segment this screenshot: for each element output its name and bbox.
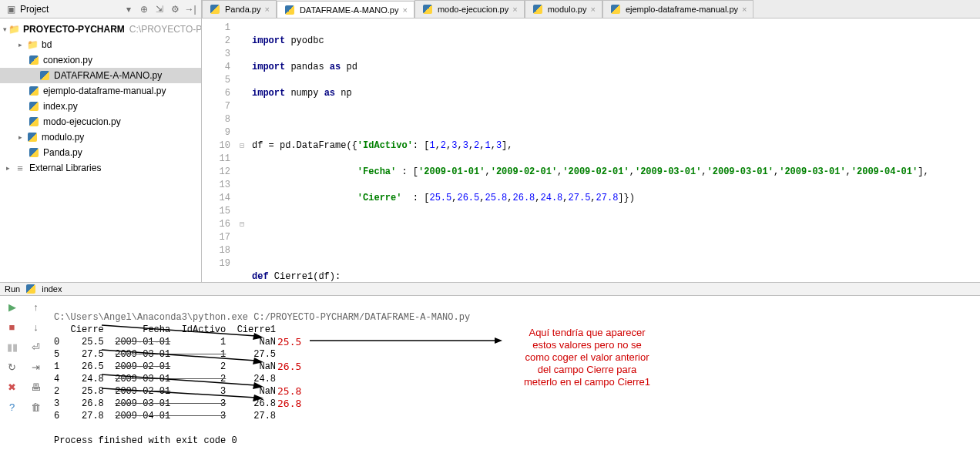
output-row: 1 26.5 2009-02-01 2 NaN — [54, 361, 276, 372]
tree-item[interactable]: modo-ejecucion.py — [0, 114, 201, 129]
svg-marker-1 — [495, 338, 502, 344]
output-row: 5 27.5 2009-03-01 1 27.5 — [54, 349, 276, 360]
pause-button[interactable]: ▮▮ — [5, 339, 20, 354]
code-editor[interactable]: 12345678910111213141516171819 ⊟⊟ import … — [202, 18, 980, 282]
project-icon: ▣ — [5, 3, 17, 15]
tree-external-libraries[interactable]: ▸ External Libraries — [0, 160, 201, 176]
python-file-icon — [28, 116, 40, 128]
wrap-button[interactable]: ⏎ — [29, 339, 44, 354]
editor-tabs: Panda.py× DATAFRAME-A-MANO.py× modo-ejec… — [202, 0, 980, 18]
output-row: 6 27.8 2009-04-01 3 27.8 — [54, 411, 276, 421]
console-header: Run index — [0, 283, 980, 296]
editor-area: Panda.py× DATAFRAME-A-MANO.py× modo-ejec… — [202, 0, 980, 282]
exit-message: Process finished with exit code 0 — [54, 435, 237, 446]
close-icon[interactable]: × — [742, 5, 747, 14]
close-icon[interactable]: × — [512, 5, 517, 14]
console-toolbar: ▶ ■ ▮▮ ↻ ✖ ? ↑ ↓ ⏎ ⇥ 🖶 🗑 — [0, 296, 48, 450]
output-row: 2 25.8 2009-02-01 3 NaN — [54, 386, 276, 397]
tree-item-bd[interactable]: ▸ bd — [0, 37, 201, 52]
scroll-button[interactable]: ⇥ — [29, 359, 44, 374]
python-file-icon — [28, 85, 40, 97]
arrow-icon — [310, 333, 502, 348]
annotation-value: 25.8 — [277, 385, 301, 398]
output-header: Cierre Fecha IdActivo Cierre1 — [54, 324, 276, 335]
close-icon[interactable]: × — [264, 5, 269, 14]
python-file-icon — [609, 3, 622, 15]
console-panel: Run index ▶ ■ ▮▮ ↻ ✖ ? ↑ ↓ ⏎ ⇥ 🖶 🗑 C:\Us… — [0, 282, 980, 450]
gear-icon[interactable]: ⚙ — [169, 3, 181, 15]
tree-item[interactable]: Panda.py — [0, 145, 201, 160]
python-file-icon — [28, 100, 40, 112]
python-file-icon — [284, 4, 296, 16]
python-file-icon — [26, 131, 39, 143]
close-icon[interactable]: × — [590, 5, 595, 14]
exec-path: C:\Users\Angel\Anaconda3\python.exe C:/P… — [54, 312, 470, 323]
project-tree: ▾ PROYECTO-PYCHARM C:\PROYECTO-PY ▸ bd c… — [0, 18, 201, 282]
dropdown-icon[interactable]: ▾ — [123, 3, 135, 15]
line-gutter: 12345678910111213141516171819 — [202, 18, 237, 282]
chevron-right-icon[interactable]: ▸ — [3, 164, 12, 172]
chevron-down-icon[interactable]: ▾ — [3, 25, 7, 33]
project-header: ▣ Project ▾ ⊕ ⇲ ⚙ →| — [0, 0, 201, 18]
print-button[interactable]: 🖶 — [29, 379, 44, 395]
tree-item[interactable]: ejemplo-dataframe-manual.py — [0, 83, 201, 99]
output-row: 0 25.5 2009-01-01 1 NaN — [54, 337, 276, 348]
close-run-button[interactable]: ✖ — [5, 379, 20, 395]
chevron-right-icon[interactable]: ▸ — [15, 133, 25, 141]
clear-button[interactable]: 🗑 — [29, 399, 44, 415]
tab-panda[interactable]: Panda.py× — [202, 0, 277, 18]
hide-icon[interactable]: →| — [184, 3, 196, 15]
output-row: 3 26.8 2009-03-01 3 26.8 — [54, 398, 276, 409]
chevron-right-icon[interactable]: ▸ — [15, 41, 25, 49]
run-config-name: index — [42, 284, 62, 294]
tab-modo[interactable]: modo-ejecucion.py× — [414, 0, 525, 18]
python-file-icon — [421, 3, 434, 15]
project-title: Project — [20, 4, 119, 15]
annotation-value: 25.5 — [277, 336, 301, 348]
annotation-text: Aquí tendría que aparecerestos valores p… — [502, 327, 672, 388]
tree-item[interactable]: conexion.py — [0, 52, 201, 68]
library-icon — [14, 162, 26, 174]
python-file-icon — [209, 3, 221, 15]
python-file-icon — [39, 69, 51, 82]
down-button[interactable]: ↓ — [29, 319, 44, 334]
close-icon[interactable]: × — [402, 5, 407, 15]
scope-icon[interactable]: ⊕ — [138, 3, 150, 15]
run-label: Run — [5, 284, 20, 294]
root-label: PROYECTO-PYCHARM — [22, 24, 125, 35]
console-output[interactable]: C:\Users\Angel\Anaconda3\python.exe C:/P… — [48, 296, 980, 450]
fold-column: ⊟⊟ — [237, 18, 247, 282]
code-content[interactable]: import pyodbc import pandas as pd import… — [247, 18, 980, 282]
tab-dataframe[interactable]: DATAFRAME-A-MANO.py× — [277, 1, 414, 18]
python-file-icon — [532, 3, 544, 15]
annotation-value: 26.8 — [277, 398, 301, 410]
output-row: 4 24.8 2009-03-01 2 24.8 — [54, 374, 276, 385]
folder-icon — [8, 23, 20, 35]
project-panel: ▣ Project ▾ ⊕ ⇲ ⚙ →| ▾ PROYECTO-PYCHARM … — [0, 0, 202, 282]
tree-item-selected[interactable]: ▸ DATAFRAME-A-MANO.py — [0, 68, 201, 83]
help-button[interactable]: ? — [5, 399, 20, 415]
annotation-value: 26.5 — [277, 361, 301, 373]
collapse-icon[interactable]: ⇲ — [153, 3, 166, 15]
python-file-icon — [28, 146, 40, 159]
tab-ejemplo[interactable]: ejemplo-dataframe-manual.py× — [602, 0, 754, 18]
python-file-icon — [25, 283, 37, 295]
tree-root[interactable]: ▾ PROYECTO-PYCHARM C:\PROYECTO-PY — [0, 22, 201, 37]
restart-button[interactable]: ↻ — [5, 359, 20, 374]
folder-icon — [26, 39, 39, 51]
up-button[interactable]: ↑ — [29, 299, 44, 314]
run-button[interactable]: ▶ — [5, 299, 20, 314]
tree-item-modulo[interactable]: ▸ modulo.py — [0, 129, 201, 145]
stop-button[interactable]: ■ — [5, 319, 20, 334]
tab-modulo[interactable]: modulo.py× — [525, 0, 602, 18]
python-file-icon — [28, 54, 40, 66]
tree-item[interactable]: index.py — [0, 99, 201, 114]
root-path: C:\PROYECTO-PY — [126, 24, 201, 35]
